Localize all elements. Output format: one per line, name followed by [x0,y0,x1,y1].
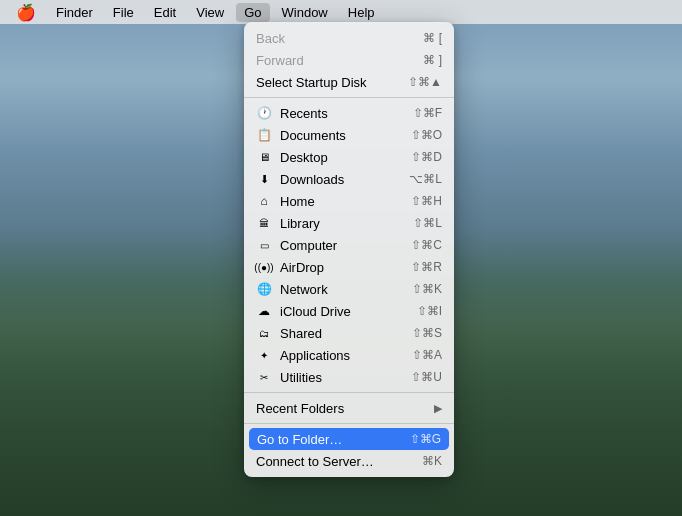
submenu-arrow: ▶ [434,402,442,415]
airdrop-icon: ((●)) [256,259,272,275]
menubar-go[interactable]: Go [236,3,269,22]
menubar-file[interactable]: File [105,3,142,22]
go-menu: Back ⌘ [ Forward ⌘ ] Select Startup Disk… [244,22,454,477]
desktop: 🍎 Finder File Edit View Go Window Help B… [0,0,682,516]
menu-shared[interactable]: 🗂 Shared ⇧⌘S [244,322,454,344]
menu-startup-disk[interactable]: Select Startup Disk ⇧⌘▲ [244,71,454,93]
menu-icloud[interactable]: ☁ iCloud Drive ⇧⌘I [244,300,454,322]
network-icon: 🌐 [256,281,272,297]
menu-connect-server[interactable]: Connect to Server… ⌘K [244,450,454,472]
applications-icon: ✦ [256,347,272,363]
menubar-help[interactable]: Help [340,3,383,22]
recents-icon: 🕐 [256,105,272,121]
menu-recents[interactable]: 🕐 Recents ⇧⌘F [244,102,454,124]
apple-menu[interactable]: 🍎 [8,3,44,22]
downloads-icon: ⬇ [256,171,272,187]
menu-airdrop[interactable]: ((●)) AirDrop ⇧⌘R [244,256,454,278]
documents-icon: 📋 [256,127,272,143]
menubar-finder[interactable]: Finder [48,3,101,22]
menu-network[interactable]: 🌐 Network ⇧⌘K [244,278,454,300]
icloud-icon: ☁ [256,303,272,319]
library-icon: 🏛 [256,215,272,231]
menu-applications[interactable]: ✦ Applications ⇧⌘A [244,344,454,366]
desktop-icon: 🖥 [256,149,272,165]
menu-back[interactable]: Back ⌘ [ [244,27,454,49]
menubar-edit[interactable]: Edit [146,3,184,22]
computer-icon: ▭ [256,237,272,253]
menubar-view[interactable]: View [188,3,232,22]
menu-utilities[interactable]: ✂ Utilities ⇧⌘U [244,366,454,388]
menu-documents[interactable]: 📋 Documents ⇧⌘O [244,124,454,146]
menubar: 🍎 Finder File Edit View Go Window Help [0,0,682,24]
utilities-icon: ✂ [256,369,272,385]
menu-computer[interactable]: ▭ Computer ⇧⌘C [244,234,454,256]
menu-downloads[interactable]: ⬇ Downloads ⌥⌘L [244,168,454,190]
menu-home[interactable]: ⌂ Home ⇧⌘H [244,190,454,212]
menu-recent-folders[interactable]: Recent Folders ▶ [244,397,454,419]
menubar-window[interactable]: Window [274,3,336,22]
home-icon: ⌂ [256,193,272,209]
separator-3 [244,423,454,424]
separator-1 [244,97,454,98]
menu-desktop[interactable]: 🖥 Desktop ⇧⌘D [244,146,454,168]
menu-forward[interactable]: Forward ⌘ ] [244,49,454,71]
separator-2 [244,392,454,393]
shared-icon: 🗂 [256,325,272,341]
menu-go-to-folder[interactable]: Go to Folder… ⇧⌘G [249,428,449,450]
menu-library[interactable]: 🏛 Library ⇧⌘L [244,212,454,234]
